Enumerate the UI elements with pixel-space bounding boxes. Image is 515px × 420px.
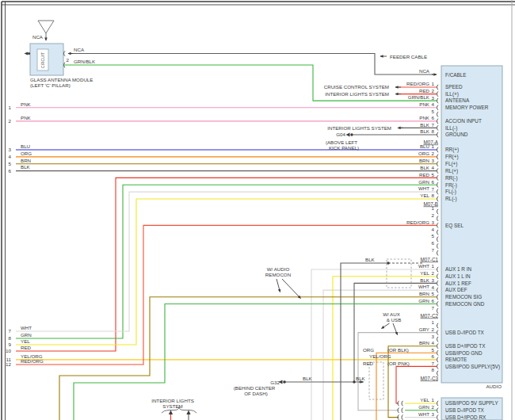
interior-bottom-label-1: INTERIOR LIGHTS [151, 398, 194, 403]
wire-label: BRN [419, 340, 429, 346]
pin-name: REMOTE [445, 357, 467, 362]
left-wire-number: 6 [9, 168, 12, 174]
diagram-canvas: NCA CIRCUIT GLASS ANTENNA MODULE (LEFT '… [0, 0, 515, 420]
left-wire-label: BLU [21, 143, 30, 149]
pin-number: 2 [432, 326, 435, 332]
w-audio-remocon-2: REMOCON [265, 272, 291, 277]
g04-location-1: (ABOVE LEFT [326, 139, 357, 145]
circuit-label: CIRCUIT [40, 52, 45, 68]
interior-bottom-label-2: SYSTEM [162, 403, 182, 409]
cruise-control-label: CRUISE CONTROL SYSTEM [324, 84, 389, 90]
pin-name: FL(+) [445, 161, 457, 167]
pin-number: 6 [432, 115, 435, 120]
pin-number: 1 [432, 205, 435, 211]
pin-number: 1 [432, 263, 435, 269]
wire-label: GRN [418, 298, 429, 304]
grnblk-wire-label: GRN/BLK [74, 59, 96, 64]
left-wire-number: 5 [9, 161, 12, 166]
wire-label: YEL [420, 270, 429, 276]
left-wire-number: 7 [9, 328, 12, 334]
blk-g32-label-2: BLK [356, 376, 366, 381]
pin-name: SPEED [445, 84, 463, 90]
pin-number: 8 [432, 128, 435, 134]
pin-number: 3 [432, 277, 435, 283]
pin-number: 5 [432, 291, 435, 296]
wire-label: RED/ORG [406, 81, 429, 86]
pin-number: 6 [432, 353, 435, 359]
left-wire-label: YEL [21, 338, 30, 344]
wiring-diagram: NCA CIRCUIT GLASS ANTENNA MODULE (LEFT '… [0, 0, 515, 420]
left-wire-number: 3 [9, 147, 12, 152]
connector-label: M07-C1 [421, 257, 439, 262]
left-wire-label: WHT [21, 325, 32, 330]
pin-number: 3 [432, 220, 435, 225]
interior-lights-label-2: INTERIOR LIGHTS SYSTEM [327, 125, 391, 131]
pin-name: ACC/ON INPUT [445, 118, 482, 124]
left-wire-label: RED [21, 345, 32, 350]
pin-number: 2 [432, 151, 435, 156]
junction-dot [353, 380, 355, 383]
wire-label: RED [419, 88, 430, 94]
left-wire-number: 10 [6, 348, 11, 353]
pin-name: AUX DEF [445, 287, 467, 292]
pin-number: 7 [432, 305, 435, 311]
g32-dot [283, 380, 286, 384]
wire-label: BRN [419, 291, 429, 296]
left-wire-label: BLK [21, 164, 31, 170]
pin-number: 4 [432, 165, 435, 170]
connector-label: M07-C2 [421, 313, 439, 319]
left-wire-number: 1 [9, 105, 12, 110]
left-wire-number: 12 [6, 361, 11, 367]
pin-name: ILL(-) [445, 125, 457, 132]
g04-dot [350, 133, 353, 136]
wire-label: WHT [418, 284, 429, 289]
wire-label: ORG [363, 347, 374, 353]
audio-caption: AUDIO [486, 384, 502, 389]
junction-dot [387, 262, 389, 264]
pin-name: EQ SEL [445, 223, 464, 229]
pin-name: USB D-/IPOD TX [445, 330, 485, 335]
w-aux-usb-2: & USB [387, 317, 402, 323]
pin-name: RL(-) [445, 196, 457, 202]
wire-label: PNK [419, 115, 430, 120]
pin-name: RR(-) [445, 175, 458, 181]
pin-name: MEMORY POWER [445, 105, 489, 110]
blk-shield-label: BLK [365, 257, 376, 262]
wire-label: YEL/ORG [369, 353, 391, 359]
pin-number: 5 [432, 172, 435, 178]
wire-label: PNK [419, 101, 430, 107]
module-left-pin-dot [28, 52, 30, 55]
wire-label: BLK [420, 122, 430, 128]
wire-label: ORG [418, 151, 429, 156]
pin-number: 4 [432, 284, 435, 290]
pin-number: 3 [432, 411, 435, 417]
module-name-2: (LEFT 'C' PILLAR) [30, 82, 71, 88]
nca-wire-label: NCA [74, 47, 85, 52]
pin-name: REMOCON SIG [445, 294, 482, 300]
wire-label: BLK [420, 165, 430, 170]
module-pin2-number: 2 [67, 57, 70, 63]
pin-name: USB/IPOD 5V SUPPLY [445, 400, 498, 406]
pin-name: REMOCON GND [445, 301, 485, 307]
pin-name: FR(-) [445, 182, 457, 189]
left-wire-label: BRN [21, 158, 31, 163]
g32-location-1: (BEHIND CENTER [234, 385, 276, 391]
pin-name: USB D+/IPOD RX [445, 414, 486, 420]
pin-number: 4 [432, 340, 435, 346]
pin-name: USB/IPOD SUPPLY(5V) [445, 364, 500, 370]
wire-label: BLU [420, 143, 429, 149]
wire-label: RED [363, 361, 374, 366]
fcable-pin-name: F/CABLE [445, 72, 467, 78]
left-wire-label: GRN [21, 332, 32, 338]
feeder-cable-label: FEEDER CABLE [390, 54, 427, 59]
pin-number: 6 [432, 179, 435, 185]
connector-label: M07-C3 [421, 376, 439, 381]
pin-number: 3 [432, 158, 435, 163]
left-wire-label: ORG [21, 151, 32, 156]
pin-number: 7 [432, 247, 435, 253]
pin-name: FR(+) [445, 154, 459, 160]
pin-number: 1 [432, 143, 435, 149]
nca-wire-label-2: NCA [419, 68, 430, 74]
antenna-wire-label: NCA [32, 34, 44, 40]
w-aux-usb-1: W/ AUX [383, 311, 400, 317]
